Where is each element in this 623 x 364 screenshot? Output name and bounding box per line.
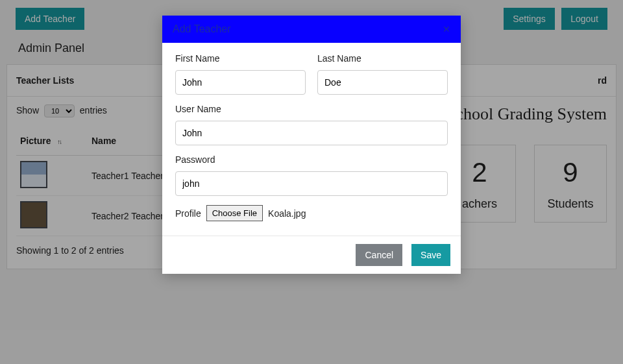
last-name-label: Last Name [317, 53, 448, 64]
first-name-input[interactable] [175, 70, 306, 95]
password-input[interactable] [175, 171, 448, 196]
save-button[interactable]: Save [411, 244, 450, 266]
cancel-button[interactable]: Cancel [356, 244, 402, 266]
modal-title: Add Teacher [173, 23, 231, 35]
user-name-input[interactable] [175, 121, 448, 145]
add-teacher-modal: Add Teacher ✕ First Name Last Name User … [162, 16, 461, 274]
last-name-input[interactable] [317, 70, 448, 95]
file-name: Koala.jpg [268, 208, 306, 219]
password-label: Password [175, 154, 448, 165]
user-name-label: User Name [175, 104, 448, 114]
close-icon[interactable]: ✕ [443, 24, 450, 34]
choose-file-button[interactable]: Choose File [206, 205, 263, 221]
profile-label: Profile [175, 208, 201, 219]
first-name-label: First Name [175, 53, 306, 64]
modal-overlay: Add Teacher ✕ First Name Last Name User … [0, 0, 623, 364]
